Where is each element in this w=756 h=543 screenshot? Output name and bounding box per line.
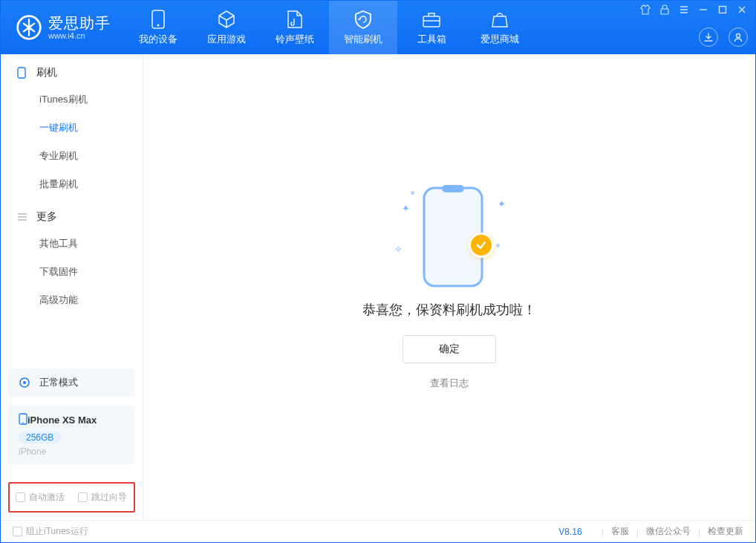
device-panel[interactable]: iPhone XS Max 256GB iPhone <box>8 406 135 464</box>
app-window: 爱思助手 www.i4.cn 我的设备 应用游戏 铃声壁纸 智能刷机 <box>0 0 756 543</box>
menu-icon[interactable] <box>678 4 690 16</box>
checkbox-skip-wizard[interactable]: 跳过向导 <box>78 491 127 504</box>
svg-point-12 <box>22 422 24 423</box>
app-url: www.i4.cn <box>48 31 111 40</box>
download-button[interactable] <box>699 27 718 47</box>
svg-point-10 <box>23 381 26 384</box>
logo: 爱思助手 www.i4.cn <box>1 1 124 54</box>
svg-point-7 <box>737 34 740 38</box>
svg-rect-4 <box>423 16 440 27</box>
body: 刷机 iTunes刷机 一键刷机 专业刷机 批量刷机 更多 其他工具 下载固件 … <box>1 54 755 520</box>
sidebar-item-download-firmware[interactable]: 下载固件 <box>1 258 143 286</box>
svg-rect-5 <box>661 9 668 14</box>
wechat-link[interactable]: 微信公众号 <box>646 525 691 538</box>
group-title: 更多 <box>36 210 57 224</box>
device-type: iPhone <box>19 446 125 457</box>
sidebar: 刷机 iTunes刷机 一键刷机 专业刷机 批量刷机 更多 其他工具 下载固件 … <box>1 54 143 520</box>
nav-toolbox[interactable]: 工具箱 <box>397 1 466 54</box>
sidebar-item-pro-flash[interactable]: 专业刷机 <box>1 142 143 170</box>
device-capacity: 256GB <box>19 432 61 443</box>
maximize-button[interactable] <box>717 4 729 16</box>
close-button[interactable] <box>736 4 748 16</box>
mode-label: 正常模式 <box>39 376 78 389</box>
checkbox-label: 跳过向导 <box>91 491 127 504</box>
music-file-icon <box>287 10 303 29</box>
lock-icon[interactable] <box>659 4 671 16</box>
nav-apps-games[interactable]: 应用游戏 <box>192 1 261 54</box>
sidebar-item-other-tools[interactable]: 其他工具 <box>1 230 143 258</box>
svg-point-1 <box>27 25 30 29</box>
top-nav: 我的设备 应用游戏 铃声壁纸 智能刷机 工具箱 爱思商城 <box>124 1 534 54</box>
svg-point-3 <box>157 24 160 26</box>
sidebar-item-advanced[interactable]: 高级功能 <box>1 286 143 314</box>
device-name: iPhone XS Max <box>27 414 97 426</box>
success-title: 恭喜您，保资料刷机成功啦！ <box>362 301 536 319</box>
shirt-icon[interactable] <box>639 4 651 16</box>
header: 爱思助手 www.i4.cn 我的设备 应用游戏 铃声壁纸 智能刷机 <box>1 1 755 54</box>
sparkle-icon: ✦ <box>498 198 506 209</box>
sidebar-item-batch-flash[interactable]: 批量刷机 <box>1 170 143 198</box>
svg-rect-6 <box>720 7 726 13</box>
nav-label: 应用游戏 <box>207 33 246 46</box>
nav-store[interactable]: 爱思商城 <box>466 1 534 54</box>
success-illustration: ✦ ✧ ✦ <box>390 185 509 289</box>
version-label: V8.16 <box>558 527 581 537</box>
ok-button[interactable]: 确定 <box>403 335 496 363</box>
check-update-link[interactable]: 检查更新 <box>708 525 743 538</box>
shield-refresh-icon <box>353 10 373 29</box>
bag-icon <box>491 11 509 27</box>
nav-label: 爱思商城 <box>480 33 519 46</box>
mode-icon <box>19 376 32 389</box>
nav-label: 工具箱 <box>417 33 446 46</box>
svg-rect-8 <box>18 68 25 78</box>
app-name: 爱思助手 <box>48 15 111 31</box>
nav-ringtone-wallpaper[interactable]: 铃声壁纸 <box>261 1 329 54</box>
main-content: ✦ ✧ ✦ 恭喜您，保资料刷机成功啦！ 确定 查看日志 <box>143 54 755 520</box>
app-logo-icon <box>16 14 42 41</box>
sidebar-group-flash: 刷机 <box>1 54 143 85</box>
cube-icon <box>217 10 236 29</box>
device-icon <box>19 413 27 427</box>
sparkle-icon: ✧ <box>394 244 403 255</box>
checkbox-label: 阻止iTunes运行 <box>26 525 88 538</box>
nav-my-device[interactable]: 我的设备 <box>124 1 192 54</box>
toolbox-icon <box>422 11 441 27</box>
nav-label: 我的设备 <box>139 33 177 46</box>
dot-icon <box>496 244 500 247</box>
success-panel: ✦ ✧ ✦ 恭喜您，保资料刷机成功啦！ 确定 查看日志 <box>362 185 536 390</box>
minimize-button[interactable] <box>697 4 709 16</box>
phone-icon <box>151 10 165 29</box>
support-link[interactable]: 客服 <box>611 525 629 538</box>
check-badge-icon <box>469 233 494 258</box>
status-bar: 阻止iTunes运行 V8.16 | 客服 | 微信公众号 | 检查更新 <box>1 520 755 542</box>
mode-status[interactable]: 正常模式 <box>8 368 135 397</box>
nav-label: 智能刷机 <box>344 33 382 46</box>
sparkle-icon: ✦ <box>402 203 410 214</box>
list-icon <box>17 211 29 223</box>
checkbox-label: 自动激活 <box>29 491 65 504</box>
checkbox-block-itunes[interactable]: 阻止iTunes运行 <box>13 525 88 538</box>
option-highlight-box: 自动激活 跳过向导 <box>8 482 135 513</box>
header-right <box>639 1 748 54</box>
sidebar-item-onekey-flash[interactable]: 一键刷机 <box>1 114 143 142</box>
svg-rect-14 <box>442 185 464 192</box>
phone-outline-icon <box>17 67 29 79</box>
nav-label: 铃声壁纸 <box>276 33 314 46</box>
view-log-link[interactable]: 查看日志 <box>430 377 469 390</box>
group-title: 刷机 <box>36 66 57 79</box>
window-controls <box>639 4 748 16</box>
sidebar-group-more: 更多 <box>1 198 143 230</box>
checkbox-auto-activate[interactable]: 自动激活 <box>16 491 65 504</box>
user-button[interactable] <box>729 27 748 47</box>
sidebar-item-itunes-flash[interactable]: iTunes刷机 <box>1 85 143 114</box>
nav-smart-flash[interactable]: 智能刷机 <box>329 1 397 54</box>
dot-icon <box>411 191 414 195</box>
